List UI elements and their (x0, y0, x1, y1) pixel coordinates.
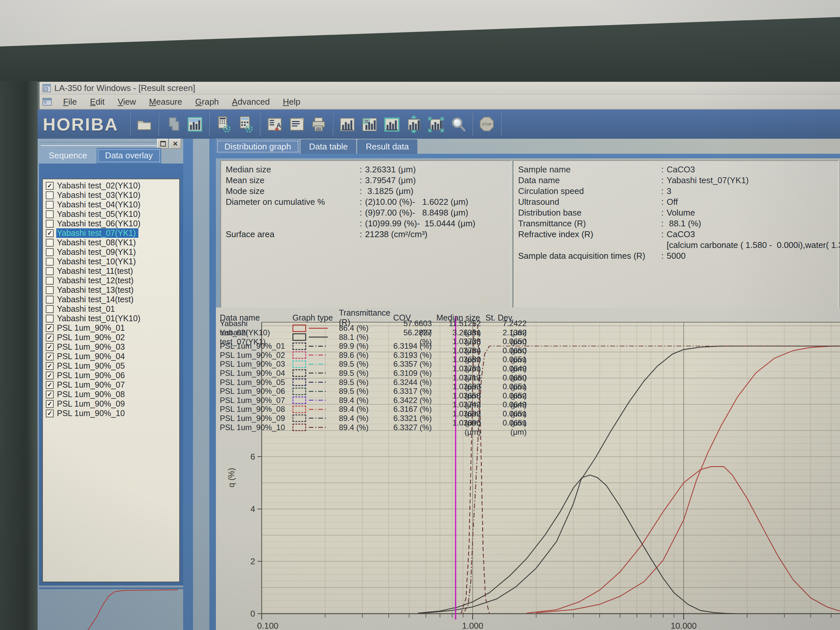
overlay-results-table: Data nameGraph typeTransmittance (R)COVM… (220, 308, 532, 427)
stat-row: Diameter on cumulative %:(2)10.00 (%)- 1… (226, 197, 511, 207)
stat-row-label: Diameter on cumulative % (226, 197, 357, 207)
list-item[interactable]: ✓PSL 1um_90%_01 (43, 323, 179, 333)
stop-button[interactable]: STOP (477, 112, 497, 136)
sidebar-tab-data-overlay[interactable]: Data overlay (96, 148, 161, 164)
list-item[interactable]: Yabashi test_01(YK10) (43, 314, 179, 323)
checkbox-checked-icon[interactable]: ✓ (46, 409, 54, 417)
menu-edit[interactable]: Edit (84, 96, 111, 108)
list-item[interactable]: Yabashi test_10(YK1) (43, 257, 179, 266)
calculator-gear-b-button[interactable] (235, 112, 256, 136)
checkbox-icon[interactable] (46, 286, 54, 294)
checkbox-icon[interactable] (46, 267, 54, 275)
list-item[interactable]: Yabashi test_01 (43, 304, 179, 314)
list-item[interactable]: ✓PSL 1um_90%_05 (43, 361, 179, 371)
measurement-chart-button[interactable] (185, 112, 205, 136)
checkbox-icon[interactable] (46, 220, 54, 228)
checkbox-icon[interactable] (46, 315, 54, 322)
checkbox-icon[interactable] (46, 210, 54, 218)
checkbox-icon[interactable] (46, 201, 54, 209)
x-tick-label: 1.000 (462, 621, 483, 630)
tab-result-data[interactable]: Result data (357, 139, 417, 154)
graph-distribution-button[interactable] (337, 112, 357, 136)
pane-restore-button[interactable] (157, 139, 169, 149)
report-sheet-button[interactable] (286, 112, 306, 136)
checkbox-icon[interactable] (46, 191, 54, 199)
list-item[interactable]: ✓PSL 1um_90%_10 (43, 409, 179, 418)
sample-row-value: CaCO3 (666, 229, 838, 240)
list-item[interactable]: ✓PSL 1um_90%_06 (43, 371, 179, 380)
cum-curve-swatch-icon (309, 391, 328, 392)
checkbox-checked-icon[interactable]: ✓ (46, 372, 54, 379)
cum-curve-swatch-icon (309, 382, 328, 383)
checkbox-checked-icon[interactable]: ✓ (46, 324, 54, 332)
sample-transfer-button[interactable] (163, 112, 183, 136)
menu-graph[interactable]: Graph (189, 96, 225, 108)
list-item[interactable]: ✓Yabashi test_07(YK1) (43, 228, 179, 238)
print-button[interactable] (308, 112, 329, 136)
zoom-magnifier-button[interactable] (448, 112, 468, 136)
list-item[interactable]: ✓Yabashi test_02(YK10) (43, 181, 179, 190)
checkbox-icon[interactable] (46, 258, 54, 265)
list-item[interactable]: ✓PSL 1um_90%_04 (43, 352, 179, 361)
checkbox-icon[interactable] (46, 296, 54, 303)
svg-text:STOP: STOP (482, 122, 492, 126)
freq-curve-swatch-icon (292, 414, 306, 422)
menu-measure[interactable]: Measure (143, 96, 189, 108)
checkbox-checked-icon[interactable]: ✓ (46, 229, 54, 237)
list-item[interactable]: Yabashi test_08(YK1) (43, 238, 179, 247)
graph-hscale-button[interactable] (426, 112, 446, 136)
checkbox-checked-icon[interactable]: ✓ (46, 362, 54, 370)
list-item[interactable]: ✓PSL 1um_90%_08 (43, 390, 179, 399)
calculator-gear-a-button[interactable] (213, 112, 234, 136)
list-item[interactable]: Yabashi test_03(YK10) (43, 190, 179, 200)
sample-row-value: Off (666, 197, 838, 207)
open-folder-button[interactable] (134, 112, 155, 136)
stop-icon: STOP (478, 115, 496, 133)
list-item[interactable]: Yabashi test_13(test) (43, 285, 179, 295)
checkbox-icon[interactable] (46, 248, 54, 256)
toolbar-buttons: ASTOP (127, 112, 504, 136)
list-item[interactable]: Yabashi test_06(YK10) (43, 219, 179, 228)
graph-legend-button[interactable] (359, 112, 379, 136)
report-a-button[interactable]: A (264, 112, 284, 136)
pane-close-button[interactable]: ✕ (169, 139, 181, 149)
colon: : (658, 218, 666, 229)
checkbox-checked-icon[interactable]: ✓ (46, 343, 54, 351)
menu-help[interactable]: Help (276, 96, 307, 108)
checkbox-icon[interactable] (46, 239, 54, 246)
menu-advanced[interactable]: Advanced (225, 96, 276, 108)
checkbox-checked-icon[interactable]: ✓ (46, 400, 54, 408)
graph-vscale-icon (405, 115, 423, 133)
list-item[interactable]: ✓PSL 1um_90%_07 (43, 380, 179, 390)
list-item[interactable]: Yabashi test_12(test) (43, 276, 179, 285)
menu-file[interactable]: File (57, 96, 84, 108)
row-cov: 6.3327 (%) (393, 423, 436, 432)
list-item[interactable]: ✓PSL 1um_90%_02 (43, 333, 179, 342)
list-item[interactable]: Yabashi test_11(test) (43, 266, 179, 276)
list-item-label: PSL 1um_90%_03 (56, 342, 128, 352)
mdi-child-icon[interactable] (42, 98, 52, 106)
checkbox-checked-icon[interactable]: ✓ (46, 182, 54, 190)
checkbox-icon[interactable] (46, 277, 54, 284)
list-item[interactable]: ✓PSL 1um_90%_09 (43, 399, 179, 409)
menu-view[interactable]: View (111, 96, 143, 108)
tab-data-table[interactable]: Data table (301, 139, 357, 154)
list-item[interactable]: Yabashi test_09(YK1) (43, 247, 179, 257)
checkbox-icon[interactable] (46, 305, 54, 313)
checkbox-checked-icon[interactable]: ✓ (46, 353, 54, 360)
list-item[interactable]: ✓PSL 1um_90%_03 (43, 342, 179, 352)
list-item-label: Yabashi test_13(test) (56, 285, 136, 295)
checkbox-checked-icon[interactable]: ✓ (46, 390, 54, 398)
list-item[interactable]: Yabashi test_14(test) (43, 295, 179, 304)
checkbox-checked-icon[interactable]: ✓ (46, 334, 54, 341)
row-data-name: PSL 1um_90%_05 (220, 378, 292, 387)
tab-distribution-graph[interactable]: Distribution graph (216, 139, 300, 154)
list-item-label: Yabashi test_05(YK10) (56, 209, 143, 219)
list-item[interactable]: Yabashi test_04(YK10) (43, 200, 179, 209)
sidebar-tab-sequence[interactable]: Sequence (40, 148, 96, 164)
list-item[interactable]: Yabashi test_05(YK10) (43, 209, 179, 219)
graph-frame-button[interactable] (381, 112, 402, 136)
toolbar-separator (472, 113, 473, 136)
graph-vscale-button[interactable] (404, 112, 424, 136)
checkbox-checked-icon[interactable]: ✓ (46, 381, 54, 389)
